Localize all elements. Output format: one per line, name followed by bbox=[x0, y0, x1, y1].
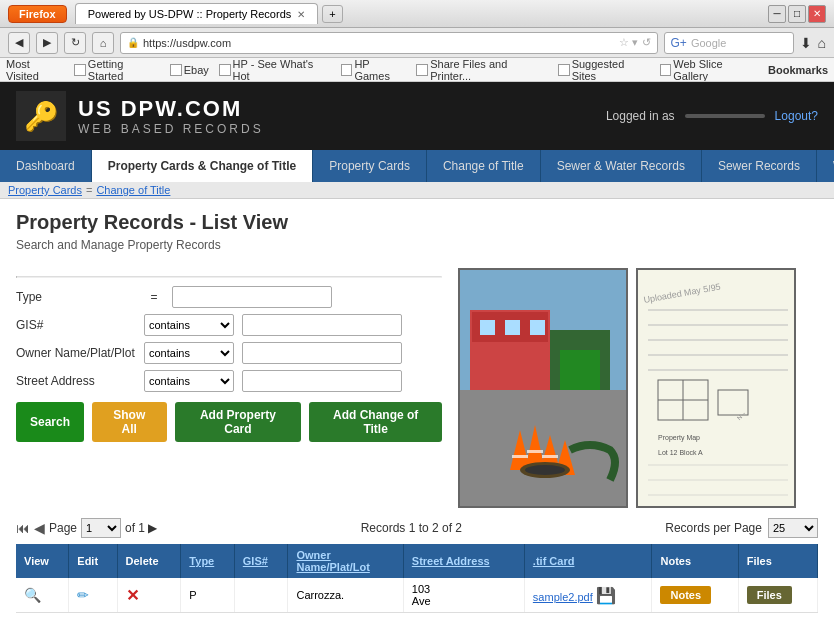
notes-button[interactable]: Notes bbox=[660, 586, 711, 604]
breadcrumb-property-cards[interactable]: Property Cards bbox=[8, 184, 82, 196]
type-row: Type = bbox=[16, 286, 442, 308]
svg-rect-16 bbox=[527, 450, 543, 453]
gis-row: GIS# containsequalsstarts with bbox=[16, 314, 442, 336]
col-street-address[interactable]: Street Address bbox=[403, 544, 524, 578]
search-placeholder: Google bbox=[691, 37, 726, 49]
table-body: 🔍 ✏ ✕ P Carrozza. 103Ave sample2.pdf 💾 N… bbox=[16, 578, 818, 613]
tab-property-cards-change-of-title[interactable]: Property Cards & Change of Title bbox=[92, 150, 313, 182]
back-button[interactable]: ◀ bbox=[8, 32, 30, 54]
reload-button[interactable]: ↻ bbox=[64, 32, 86, 54]
browser-titlebar: Firefox Powered by US-DPW :: Property Re… bbox=[0, 0, 834, 28]
svg-rect-7 bbox=[530, 320, 545, 335]
minimize-button[interactable]: ─ bbox=[768, 5, 786, 23]
close-button[interactable]: ✕ bbox=[808, 5, 826, 23]
url-bar[interactable]: 🔒 https://usdpw.com ☆ ▾ ↺ bbox=[120, 32, 658, 54]
files-cell: Files bbox=[738, 578, 817, 613]
edit-icon[interactable]: ✏ bbox=[77, 587, 89, 603]
gis-input[interactable] bbox=[242, 314, 402, 336]
bookmark-share-files[interactable]: Share Files and Printer... bbox=[416, 58, 547, 82]
tab-property-cards[interactable]: Property Cards bbox=[313, 150, 427, 182]
gis-operator-select[interactable]: containsequalsstarts with bbox=[144, 314, 234, 336]
download-button[interactable]: ⬇ bbox=[800, 35, 812, 51]
col-tif-card[interactable]: .tif Card bbox=[524, 544, 652, 578]
active-tab[interactable]: Powered by US-DPW :: Property Records ✕ bbox=[75, 3, 319, 24]
bookmarks-bar: Most Visited Getting Started Ebay HP - S… bbox=[0, 58, 834, 82]
show-all-button[interactable]: Show All bbox=[92, 402, 167, 442]
home-button[interactable]: ⌂ bbox=[92, 32, 114, 54]
bookmark-suggested[interactable]: Suggested Sites bbox=[558, 58, 650, 82]
page-label: Page bbox=[49, 521, 77, 535]
page-nav: ⏮ ◀ Page 1 of 1 ▶ bbox=[16, 518, 157, 538]
new-tab-button[interactable]: + bbox=[322, 5, 342, 23]
add-property-card-button[interactable]: Add Property Card bbox=[175, 402, 302, 442]
bookmark-hp-whats-hot[interactable]: HP - See What's Hot bbox=[219, 58, 331, 82]
street-photo bbox=[458, 268, 628, 508]
bookmark-bookmarks[interactable]: Bookmarks bbox=[768, 64, 828, 76]
col-owner[interactable]: OwnerName/Plat/Lot bbox=[288, 544, 403, 578]
search-button[interactable]: Search bbox=[16, 402, 84, 442]
tif-card-link[interactable]: sample2.pdf bbox=[533, 591, 593, 603]
svg-rect-17 bbox=[542, 455, 558, 458]
street-operator-select[interactable]: containsequalsstarts with bbox=[144, 370, 234, 392]
tab-water-records[interactable]: Water Recor... bbox=[817, 150, 834, 182]
lock-icon: 🔒 bbox=[127, 37, 139, 48]
page-subtitle: Search and Manage Property Records bbox=[16, 238, 818, 252]
tab-change-of-title[interactable]: Change of Title bbox=[427, 150, 541, 182]
col-type[interactable]: Type bbox=[181, 544, 234, 578]
files-button[interactable]: Files bbox=[747, 586, 792, 604]
tab-sewer-water[interactable]: Sewer & Water Records bbox=[541, 150, 702, 182]
star-icon[interactable]: ☆ ▾ ↺ bbox=[619, 36, 650, 49]
forward-button[interactable]: ▶ bbox=[36, 32, 58, 54]
breadcrumb-change-of-title[interactable]: Change of Title bbox=[96, 184, 170, 196]
bookmark-hp-games[interactable]: HP Games bbox=[341, 58, 407, 82]
owner-cell: Carrozza. bbox=[288, 578, 403, 613]
street-cell: 103Ave bbox=[403, 578, 524, 613]
gis-sort-link[interactable]: GIS# bbox=[243, 555, 268, 567]
maximize-button[interactable]: □ bbox=[788, 5, 806, 23]
view-icon[interactable]: 🔍 bbox=[24, 587, 41, 603]
type-sort-link[interactable]: Type bbox=[189, 555, 214, 567]
first-page-button[interactable]: ⏮ bbox=[16, 520, 30, 536]
table-header: View Edit Delete Type GIS# OwnerName/Pla… bbox=[16, 544, 818, 578]
tab-close-icon[interactable]: ✕ bbox=[297, 9, 305, 20]
download-icon[interactable]: 💾 bbox=[596, 587, 616, 604]
logo-subtitle: WEB BASED RECORDS bbox=[78, 122, 264, 136]
delete-icon[interactable]: ✕ bbox=[126, 587, 139, 604]
svg-text:Property Map: Property Map bbox=[658, 434, 700, 442]
owner-row: Owner Name/Plat/Plot containsequalsstart… bbox=[16, 342, 442, 364]
records-count: Records 1 to 2 of 2 bbox=[361, 521, 462, 535]
logout-button[interactable]: Logout? bbox=[775, 109, 818, 123]
street-sort-link[interactable]: Street Address bbox=[412, 555, 490, 567]
bookmark-getting-started[interactable]: Getting Started bbox=[74, 58, 160, 82]
tif-sort-link[interactable]: .tif Card bbox=[533, 555, 575, 567]
logo-title: US DPW.COM bbox=[78, 96, 264, 122]
breadcrumb: Property Cards = Change of Title bbox=[0, 182, 834, 199]
svg-point-19 bbox=[525, 465, 565, 475]
table-row: 🔍 ✏ ✕ P Carrozza. 103Ave sample2.pdf 💾 N… bbox=[16, 578, 818, 613]
bookmark-ebay[interactable]: Ebay bbox=[170, 64, 209, 76]
col-gis[interactable]: GIS# bbox=[234, 544, 288, 578]
browser-search-box[interactable]: G+ Google bbox=[664, 32, 794, 54]
bookmark-web-slice[interactable]: Web Slice Gallery bbox=[660, 58, 759, 82]
add-change-of-title-button[interactable]: Add Change of Title bbox=[309, 402, 442, 442]
owner-sort-link[interactable]: OwnerName/Plat/Lot bbox=[296, 549, 369, 573]
prev-page-button[interactable]: ◀ bbox=[34, 520, 45, 536]
col-notes: Notes bbox=[652, 544, 738, 578]
bm-check-icon bbox=[660, 64, 672, 76]
home-icon[interactable]: ⌂ bbox=[818, 35, 826, 51]
firefox-menu-button[interactable]: Firefox bbox=[8, 5, 67, 23]
page-select[interactable]: 1 bbox=[81, 518, 121, 538]
owner-input[interactable] bbox=[242, 342, 402, 364]
type-input[interactable] bbox=[172, 286, 332, 308]
action-row: Search Show All Add Property Card Add Ch… bbox=[16, 402, 442, 442]
per-page-row: Records per Page 2550100 bbox=[665, 518, 818, 538]
window-controls: ─ □ ✕ bbox=[768, 5, 826, 23]
tab-dashboard[interactable]: Dashboard bbox=[0, 150, 92, 182]
bm-check-icon bbox=[219, 64, 231, 76]
svg-rect-15 bbox=[512, 455, 528, 458]
tab-sewer-records[interactable]: Sewer Records bbox=[702, 150, 817, 182]
street-input[interactable] bbox=[242, 370, 402, 392]
owner-operator-select[interactable]: containsequalsstarts with bbox=[144, 342, 234, 364]
per-page-select[interactable]: 2550100 bbox=[768, 518, 818, 538]
bookmark-most-visited[interactable]: Most Visited bbox=[6, 58, 64, 82]
